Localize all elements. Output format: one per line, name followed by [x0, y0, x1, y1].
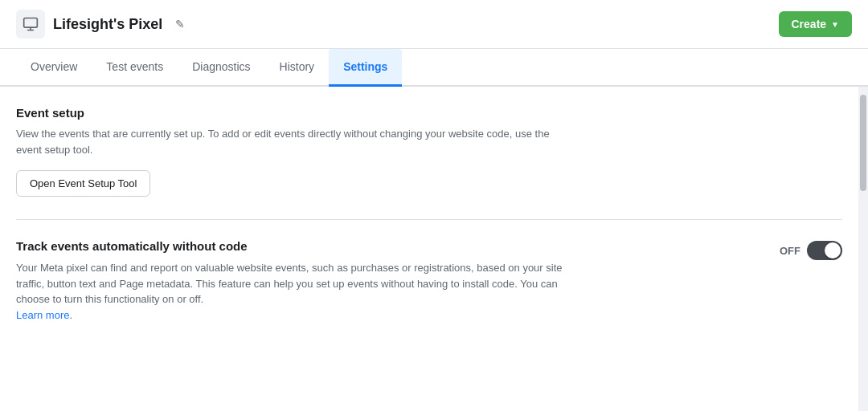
tab-diagnostics[interactable]: Diagnostics: [178, 49, 264, 87]
track-events-toggle[interactable]: [807, 241, 842, 260]
track-events-right: OFF: [780, 241, 842, 260]
toggle-knob: [825, 242, 841, 258]
track-events-row: Track events automatically without code …: [16, 239, 842, 260]
event-setup-description: View the events that are currently set u…: [16, 126, 563, 157]
content-area: Event setup View the events that are cur…: [0, 87, 868, 411]
tab-test-events[interactable]: Test events: [92, 49, 178, 87]
main-content: Event setup View the events that are cur…: [0, 87, 858, 411]
header: Lifesight's Pixel ✎ Create ▼: [0, 0, 868, 49]
pixel-icon-wrap: [16, 10, 45, 39]
header-left: Lifesight's Pixel ✎: [16, 10, 185, 39]
edit-icon[interactable]: ✎: [175, 18, 185, 31]
scrollbar-track[interactable]: [858, 87, 868, 411]
toggle-state-label: OFF: [780, 245, 800, 257]
svg-rect-0: [24, 18, 38, 28]
event-setup-section: Event setup View the events that are cur…: [16, 106, 842, 197]
tab-overview[interactable]: Overview: [16, 49, 92, 87]
open-event-setup-tool-button[interactable]: Open Event Setup Tool: [16, 170, 150, 197]
track-events-description: Your Meta pixel can find and report on v…: [16, 260, 563, 323]
track-events-section: Track events automatically without code …: [16, 239, 842, 323]
section-divider: [16, 219, 842, 220]
create-chevron-icon: ▼: [831, 20, 839, 29]
nav-tabs: Overview Test events Diagnostics History…: [0, 49, 868, 87]
page-title: Lifesight's Pixel: [53, 16, 162, 33]
monitor-icon: [23, 16, 39, 32]
scrollbar-thumb[interactable]: [860, 95, 866, 191]
learn-more-link[interactable]: Learn more: [16, 309, 69, 321]
tab-settings[interactable]: Settings: [329, 49, 402, 87]
tab-history[interactable]: History: [265, 49, 330, 87]
create-button[interactable]: Create ▼: [779, 11, 853, 37]
event-setup-title: Event setup: [16, 106, 842, 120]
track-events-title: Track events automatically without code: [16, 239, 764, 253]
track-events-left: Track events automatically without code: [16, 239, 764, 259]
